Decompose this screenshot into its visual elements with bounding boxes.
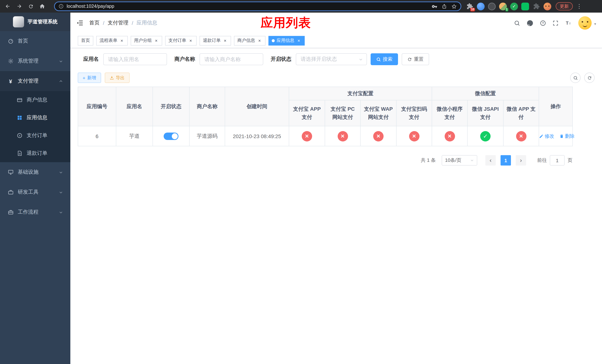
sidebar-item-home[interactable]: 首页 xyxy=(0,31,70,51)
breadcrumb-separator: / xyxy=(132,20,133,26)
user-menu-caret-icon[interactable]: ▾ xyxy=(594,22,596,26)
extension-profile-icon[interactable]: 1 xyxy=(499,2,507,10)
sidebar-item-payment[interactable]: ¥ 支付管理 xyxy=(0,71,70,91)
home-button[interactable] xyxy=(37,1,47,11)
col-header-wechat-app: 微信 APP 支付 xyxy=(503,100,539,126)
reset-button[interactable]: 重置 xyxy=(402,53,429,65)
delete-button[interactable]: 删除 xyxy=(559,133,575,139)
tab-pay-order[interactable]: 支付订单 xyxy=(165,36,197,45)
extension-icon-5[interactable]: ✓ xyxy=(510,2,518,10)
search-icon[interactable] xyxy=(514,20,520,26)
bookmark-star-icon[interactable] xyxy=(451,3,457,9)
extension-puzzle-icon[interactable]: 10 xyxy=(466,2,473,10)
close-tab-icon[interactable] xyxy=(296,38,301,43)
close-tab-icon[interactable] xyxy=(119,38,124,43)
next-page-button[interactable] xyxy=(516,155,526,166)
page-number-1[interactable]: 1 xyxy=(501,155,511,166)
app-table: 应用编号 应用名 开启状态 商户名称 创建时间 支付宝配置 微信配置 操作 支付… xyxy=(78,87,573,146)
tab-user-group[interactable]: 用户分组 xyxy=(131,36,162,45)
col-header-id: 应用编号 xyxy=(78,87,116,126)
sidebar-item-system[interactable]: 系统管理 xyxy=(0,51,70,71)
extension-icon-2[interactable] xyxy=(477,2,485,10)
sidebar-item-workflow[interactable]: 工作流程 xyxy=(0,202,70,222)
search-button[interactable]: 搜索 xyxy=(371,53,398,65)
fullscreen-icon[interactable] xyxy=(552,20,559,26)
extension-icon-3[interactable] xyxy=(488,2,496,10)
app-logo[interactable]: 芋道管理系统 xyxy=(0,13,70,31)
sidebar-toggle-icon[interactable] xyxy=(76,19,84,27)
document-icon xyxy=(16,150,22,156)
font-size-icon[interactable]: TT xyxy=(565,20,572,26)
back-button[interactable] xyxy=(3,1,13,11)
sidebar-item-dev-tools[interactable]: 研发工具 xyxy=(0,182,70,202)
extension-icon-8[interactable] xyxy=(544,2,551,10)
gear-icon xyxy=(7,58,14,64)
status-select[interactable]: 请选择开启状态 xyxy=(296,53,367,65)
plus-icon: + xyxy=(83,75,85,81)
toolbox-icon xyxy=(7,189,14,195)
edit-button[interactable]: 修改 xyxy=(539,133,554,139)
reload-button[interactable] xyxy=(26,1,35,11)
table-row: 6 芋道 芋道源码 2021-10-23 08:49:25 xyxy=(78,126,573,146)
sidebar-item-refund-order[interactable]: 退款订单 xyxy=(0,144,70,162)
address-bar[interactable]: localhost:1024/pay/app xyxy=(54,1,461,11)
goto-page-input[interactable] xyxy=(550,155,565,166)
breadcrumb-separator: / xyxy=(103,20,104,26)
breadcrumb-payment[interactable]: 支付管理 xyxy=(108,20,129,26)
cell-id: 6 xyxy=(78,126,116,146)
svg-text:¥: ¥ xyxy=(19,134,20,137)
tab-refund-order[interactable]: 退款订单 xyxy=(200,36,231,45)
github-icon[interactable] xyxy=(527,20,534,26)
status-cross-icon xyxy=(409,131,419,141)
user-avatar[interactable] xyxy=(578,16,592,30)
page-content: 应用名 商户名称 开启状态 请选择开启状态 搜索 xyxy=(70,48,602,166)
svg-text:T: T xyxy=(569,22,571,25)
close-tab-icon[interactable] xyxy=(257,38,262,43)
prev-page-button[interactable] xyxy=(485,155,496,166)
chevron-down-icon xyxy=(59,170,63,174)
merchant-name-label: 商户名称 xyxy=(174,56,200,63)
export-button[interactable]: 导出 xyxy=(105,73,129,83)
forward-button[interactable] xyxy=(14,1,24,11)
pay-order-icon: ¥ xyxy=(16,132,22,139)
sidebar-item-app-info[interactable]: 应用信息 xyxy=(0,109,70,127)
add-button[interactable]: + 新增 xyxy=(78,73,101,83)
merchant-name-input[interactable] xyxy=(200,53,263,65)
site-info-icon[interactable] xyxy=(58,4,64,9)
toggle-search-button[interactable] xyxy=(570,73,580,83)
sidebar-item-merchant-info[interactable]: 商户信息 xyxy=(0,91,70,109)
browser-update-button[interactable]: 更新 xyxy=(556,2,573,10)
close-tab-icon[interactable] xyxy=(188,38,193,43)
cell-merchant: 芋道源码 xyxy=(189,126,225,146)
page-unit-label: 页 xyxy=(568,157,572,164)
page-size-select[interactable]: 10条/页 xyxy=(442,155,477,166)
share-icon[interactable] xyxy=(442,4,447,9)
tab-process-form[interactable]: 流程表单 xyxy=(96,36,128,45)
help-icon[interactable]: ? xyxy=(540,20,546,26)
tab-merchant-info[interactable]: 商户信息 xyxy=(234,36,266,45)
sidebar-item-infra[interactable]: 基础设施 xyxy=(0,162,70,182)
logo-avatar xyxy=(13,16,24,27)
sidebar-item-pay-order[interactable]: ¥ 支付订单 xyxy=(0,127,70,144)
sidebar-item-label: 研发工具 xyxy=(18,189,39,195)
status-toggle[interactable] xyxy=(164,132,178,140)
url-text: localhost:1024/pay/app xyxy=(67,4,114,9)
extension-icon-6[interactable] xyxy=(521,2,529,10)
password-key-icon[interactable] xyxy=(432,3,437,9)
tab-home[interactable]: 首页 xyxy=(78,36,93,45)
refresh-button[interactable] xyxy=(584,73,595,83)
table-toolbar: + 新增 导出 xyxy=(78,73,595,83)
col-header-action: 操作 xyxy=(539,87,573,126)
extension-icon-7[interactable] xyxy=(532,2,540,10)
app-title: 芋道管理系统 xyxy=(28,19,58,25)
tab-app-info[interactable]: 应用信息 xyxy=(269,36,305,45)
sidebar: 芋道管理系统 首页 系统管理 ¥ 支付管理 商户信息 xyxy=(0,13,70,364)
briefcase-icon xyxy=(7,209,14,215)
browser-toolbar: localhost:1024/pay/app 10 1 ✓ xyxy=(0,0,602,13)
app-name-input[interactable] xyxy=(103,53,167,65)
sidebar-item-label: 退款订单 xyxy=(27,150,47,157)
breadcrumb-home[interactable]: 首页 xyxy=(89,20,100,26)
close-tab-icon[interactable] xyxy=(154,38,159,43)
close-tab-icon[interactable] xyxy=(223,38,228,43)
browser-menu-icon[interactable]: ⋮ xyxy=(576,3,582,10)
